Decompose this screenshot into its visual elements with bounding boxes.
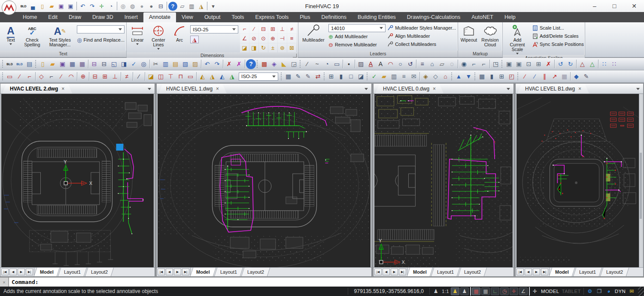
canvas-level2[interactable]: Y X	[0, 94, 155, 267]
ribbon-tab-edit[interactable]: Edit	[43, 12, 63, 22]
zoom-circle-tool[interactable]: ◔	[322, 59, 332, 69]
ucs-prev-tool[interactable]: ↻	[565, 59, 575, 69]
osnap-toggle-icon[interactable]: ✛	[510, 287, 518, 295]
doc-tab-close-icon[interactable]: ×	[578, 86, 581, 92]
model-tab[interactable]: Model	[34, 268, 60, 276]
layer-copy-tool[interactable]: ▥	[389, 72, 399, 82]
find-tool[interactable]: ◎	[139, 59, 149, 69]
resize-grip[interactable]	[638, 287, 644, 296]
center-lines-button[interactable]: Center Lines	[148, 24, 169, 50]
redo-icon[interactable]: ↷	[88, 2, 97, 11]
aec-wall-tool[interactable]: ▦	[283, 72, 293, 82]
snap-3d-tool[interactable]: ◆	[571, 72, 581, 82]
export-acis-tool[interactable]: ▦	[67, 59, 77, 69]
snap-toggle-icon[interactable]: ▦	[472, 287, 480, 295]
layout2-tab[interactable]: Layout2	[600, 268, 629, 276]
last-layout-button[interactable]: ▶|	[541, 269, 548, 275]
model-space-toggle[interactable]: MODEL	[540, 287, 560, 295]
ribbon-tab-draw[interactable]: Draw	[63, 12, 87, 22]
clean-screen-icon[interactable]: ❐	[595, 287, 604, 295]
bld-button[interactable]: BLD	[19, 2, 28, 11]
etransmit-tool[interactable]: ✉	[409, 72, 419, 82]
save-file-tool[interactable]: ▣	[58, 59, 67, 69]
home-view-tool[interactable]: ⌂	[427, 59, 437, 69]
dimension-style-combo[interactable]: ISO-25	[190, 25, 238, 33]
close-button[interactable]: ✕	[624, 0, 644, 12]
canvas-levelb1[interactable]	[516, 94, 643, 267]
bld-tool[interactable]: BLD	[5, 59, 15, 69]
tray-message-icon[interactable]: ✉	[627, 287, 636, 295]
import-acis-tool[interactable]: ▦	[77, 59, 87, 69]
remove-multileader-button[interactable]: ⊖ Remove Multileader	[328, 41, 386, 48]
lock-ref-tool[interactable]: ⊡	[524, 59, 534, 69]
revision-cloud-button[interactable]: Revision Cloud	[480, 24, 501, 48]
revcloud-small-tool[interactable]: ◌	[447, 59, 457, 69]
dim-jogged-tool[interactable]: ≠	[122, 72, 132, 82]
ucs-tool[interactable]: ↺	[556, 59, 565, 69]
toolbar-grip[interactable]	[517, 72, 518, 80]
find-replace-button[interactable]: ◎ Find and Replace...	[77, 36, 125, 44]
doc-tab-level1[interactable]: HVAC LEVEL 1.dwg ×	[158, 84, 227, 94]
sphere-render-icon[interactable]: ●	[147, 2, 156, 11]
dim-style-toolbar-combo[interactable]: ISO-25	[239, 72, 278, 81]
text-styles-manager-button[interactable]: A ✎ Text Styles Manager...	[45, 24, 76, 48]
pan-icon[interactable]: ✛	[97, 2, 106, 11]
preview-tool[interactable]: ◱	[109, 59, 119, 69]
dim-export-tool[interactable]: ◭	[217, 72, 227, 82]
doc-tab-close-icon[interactable]: ×	[433, 86, 436, 92]
aec-wall-edit-tool[interactable]: ✎	[293, 72, 303, 82]
check-standards-tool[interactable]: ✓	[369, 72, 379, 82]
minimize-button[interactable]: –	[585, 0, 605, 12]
next-layout-button[interactable]: ▶	[533, 269, 540, 275]
doc-tab-levelb1[interactable]: HVAC LEVEL B1.dwg ×	[517, 84, 589, 94]
toolbar-grip[interactable]	[474, 72, 475, 80]
doc-tab-menu-icon[interactable]	[507, 88, 510, 90]
erase-tool[interactable]: ✗	[224, 59, 234, 69]
help-icon[interactable]: ?	[168, 2, 177, 11]
check-spelling-button[interactable]: ABC ✓ Check Spelling	[21, 24, 43, 48]
doc-tab-menu-icon[interactable]	[365, 88, 368, 90]
wall-2-tool[interactable]: ▦	[477, 72, 487, 82]
layout1-tab[interactable]: Layout1	[214, 268, 243, 276]
prev-layout-button[interactable]: ◀	[9, 269, 17, 275]
sphere-shaded-icon[interactable]: ●	[137, 2, 146, 11]
ribbon-tab-express-tools[interactable]: Express Tools	[250, 12, 295, 22]
toolbar-grip[interactable]	[281, 72, 282, 80]
dim-break-icon[interactable]: ⊣	[278, 34, 287, 43]
sync-scale-positions-button[interactable]: Sync Scale Positions	[532, 40, 584, 48]
toolbar-grip[interactable]	[2, 72, 3, 80]
dim-baseline-tool[interactable]: ⊟	[90, 72, 100, 82]
ribbon-tab-plus[interactable]: Plus	[294, 12, 316, 22]
layer-corner-tool[interactable]: ◲	[289, 59, 299, 69]
model-tab[interactable]: Model	[407, 268, 433, 276]
view-detail-tool[interactable]: ◳	[491, 59, 501, 69]
layer-states-tool[interactable]: ≡	[399, 72, 409, 82]
toolbar-grip[interactable]	[300, 60, 301, 68]
undo-tool[interactable]: ↶	[202, 59, 212, 69]
dim-update-icon[interactable]: ↻	[259, 43, 268, 52]
layout1-tab[interactable]: Layout1	[573, 268, 602, 276]
add-multileader-button[interactable]: ⊕ Add Multileader	[328, 33, 386, 40]
redo-tool[interactable]: ↷	[212, 59, 222, 69]
ribbon-tab-view[interactable]: View	[176, 12, 199, 22]
quick-plot-tool[interactable]: ⊟	[99, 59, 109, 69]
dim-radius-icon[interactable]: ⊙	[259, 34, 268, 43]
ribbon-tab-definitions[interactable]: Definitions	[316, 12, 352, 22]
design-center-tool[interactable]: ▩	[259, 59, 269, 69]
align-multileader-button[interactable]: Align Multileader	[387, 32, 456, 40]
spline-tool[interactable]: ~	[312, 59, 322, 69]
dim-reassociate-icon[interactable]: ⊚	[278, 43, 287, 52]
line-tool[interactable]: ∕	[302, 59, 312, 69]
ribbon-tab-tools[interactable]: Tools	[226, 12, 249, 22]
first-layout-button[interactable]: |◀	[374, 269, 382, 275]
donut-tool[interactable]: ◉	[459, 59, 469, 69]
multileader-style-combo[interactable]: 14010	[328, 24, 386, 32]
copy-detach-tool[interactable]: ▣	[514, 59, 524, 69]
ribbon-tab-home[interactable]: Home	[17, 12, 43, 22]
crosshair-icon[interactable]: ✛	[531, 287, 539, 295]
dim-break-tool[interactable]: ∕	[134, 72, 144, 82]
ortho-toggle-icon[interactable]: ∟	[491, 287, 499, 295]
purge-tool[interactable]: ✗	[234, 59, 244, 69]
dim-override-tool[interactable]: ◭	[197, 72, 207, 82]
wipeout-small-tool[interactable]: ▱	[437, 59, 447, 69]
